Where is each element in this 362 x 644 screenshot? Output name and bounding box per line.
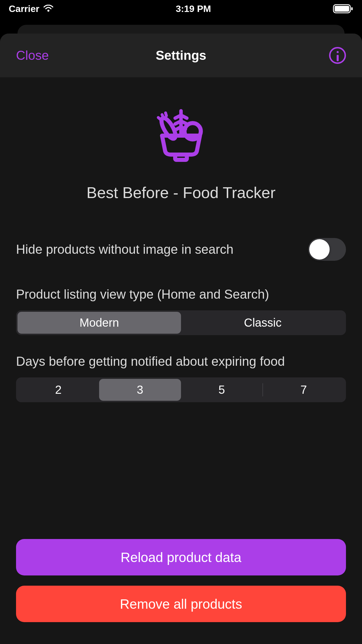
- segment-2-days[interactable]: 2: [17, 379, 99, 401]
- view-type-segmented-control: Modern Classic: [16, 310, 346, 335]
- status-time: 3:19 PM: [176, 4, 211, 14]
- settings-modal: Close Settings Best Before - Food Tracke…: [0, 34, 362, 644]
- hide-products-toggle[interactable]: [308, 238, 346, 261]
- segment-5-days[interactable]: 5: [181, 379, 263, 401]
- days-label: Days before getting notified about expir…: [16, 354, 346, 369]
- salad-bowl-icon: [147, 101, 215, 169]
- status-left: Carrier: [9, 4, 54, 14]
- segment-7-days[interactable]: 7: [263, 379, 345, 401]
- svg-rect-1: [335, 6, 349, 12]
- segment-3-days[interactable]: 3: [99, 379, 181, 401]
- toggle-knob: [309, 239, 330, 260]
- remove-all-button[interactable]: Remove all products: [16, 586, 346, 622]
- svg-rect-2: [351, 7, 353, 10]
- days-segmented-control: 2 3 5 7: [16, 377, 346, 402]
- info-button[interactable]: [329, 47, 346, 64]
- hide-products-label: Hide products without image in search: [16, 242, 233, 257]
- wifi-icon: [43, 5, 54, 13]
- view-type-label: Product listing view type (Home and Sear…: [16, 287, 346, 302]
- content: Best Before - Food Tracker Hide products…: [0, 77, 362, 402]
- segment-classic[interactable]: Classic: [181, 312, 345, 334]
- hide-products-setting: Hide products without image in search: [16, 231, 346, 268]
- nav-bar: Close Settings: [0, 34, 362, 77]
- action-buttons: Reload product data Remove all products: [16, 539, 346, 644]
- reload-button[interactable]: Reload product data: [16, 539, 346, 575]
- page-title: Settings: [156, 48, 206, 63]
- carrier-label: Carrier: [9, 4, 39, 14]
- status-bar: Carrier 3:19 PM: [0, 0, 362, 18]
- svg-rect-3: [175, 155, 187, 160]
- app-header: Best Before - Food Tracker: [16, 77, 346, 231]
- battery-icon: [333, 4, 353, 13]
- app-title: Best Before - Food Tracker: [87, 183, 275, 202]
- days-section: Days before getting notified about expir…: [16, 354, 346, 402]
- segment-modern[interactable]: Modern: [17, 312, 181, 334]
- close-button[interactable]: Close: [16, 48, 49, 63]
- view-type-section: Product listing view type (Home and Sear…: [16, 287, 346, 335]
- status-right: [333, 4, 353, 13]
